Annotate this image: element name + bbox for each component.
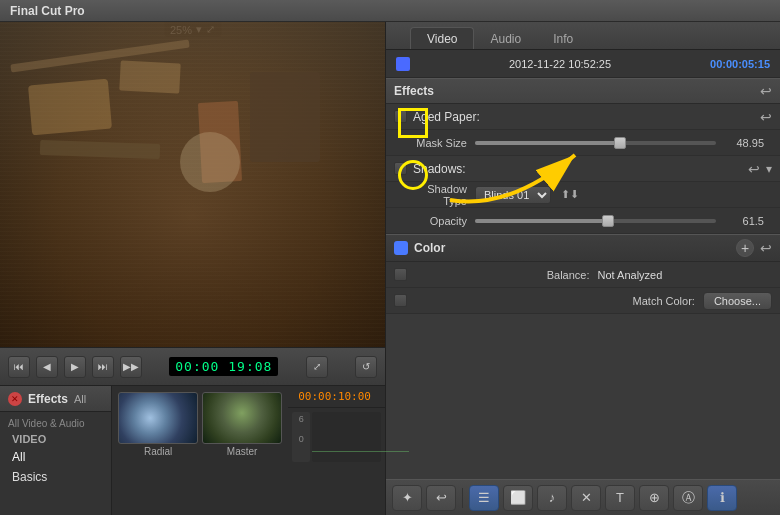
shadow-type-label: Shadow Type [402,183,467,207]
aged-paper-name: Aged Paper: [413,110,480,124]
shadows-name: Shadows: [413,162,466,176]
effects-all-label: All [74,393,86,405]
zoom-fit-button[interactable]: ⤢ [306,356,328,378]
choose-button[interactable]: Choose... [703,292,772,310]
effects-header-bottom: ✕ Effects All [0,386,111,412]
shadows-checkbox[interactable] [394,162,407,175]
generator-tool-button[interactable]: ⊕ [639,485,669,511]
right-panel: Video Audio Info 2012-11-22 10:52:25 00:… [385,22,780,515]
shadows-left: Shadows: [394,162,466,176]
mask-size-slider-track[interactable] [475,141,716,145]
color-add-button[interactable]: + [736,239,754,257]
match-color-checkbox[interactable] [394,294,407,307]
rewind-to-start-button[interactable]: ⏮ [8,356,30,378]
mask-size-value: 48.95 [724,137,764,149]
opacity-value: 61.5 [724,215,764,227]
all-video-audio-label[interactable]: All Video & Audio [0,416,111,431]
effects-reset-button[interactable]: ↩ [760,84,772,98]
color-reset-button[interactable]: ↩ [760,241,772,255]
opacity-label: Opacity [402,215,467,227]
effects-title-text: Effects [394,84,434,98]
tab-audio[interactable]: Audio [474,28,537,49]
aged-paper-row: Aged Paper: ↩ [386,104,780,130]
tab-video-active[interactable]: Video [410,27,474,49]
play-backward-button[interactable]: ◀ [36,356,58,378]
undo-tool-button[interactable]: ↩ [426,485,456,511]
clip-icon [396,57,410,71]
effects-close-button[interactable]: ✕ [8,392,22,406]
shadows-dropdown-button[interactable]: ▾ [766,162,772,176]
audio-tool-button[interactable]: ♪ [537,485,567,511]
shadow-type-stepper[interactable]: ⬆⬇ [561,188,579,201]
toolbar-separator [462,488,463,508]
video-category: VIDEO [0,431,111,447]
aged-paper-reset-button[interactable]: ↩ [760,109,772,125]
app-title: Final Cut Pro [10,4,85,18]
opacity-row: Opacity 61.5 [386,208,780,234]
scene-item-plate [180,132,240,192]
effects-basics-item[interactable]: Basics [0,467,111,487]
timeline-level-indicator: 60 [292,412,310,462]
effects-section-controls: ↩ [760,84,772,98]
thumbnail-master: Master [202,392,282,457]
timeline-timecode: 00:00:10:00 [292,388,377,405]
play-button[interactable]: ▶ [64,356,86,378]
inspector-timestamp: 2012-11-22 10:52:25 [509,58,611,70]
scene-item [250,72,320,162]
opacity-slider-fill [475,219,608,223]
color-section-title: Color [414,241,730,255]
timeline-area[interactable]: 00:00:10:00 60 [288,386,385,515]
left-panel: 25% ▾ ⤢ ⏮ ◀ [0,22,385,515]
controls-bar: ⏮ ◀ ▶ ⏭ ▶▶ 00:00 19:08 ⤢ ↺ [0,347,385,385]
balance-row: Balance: Not Analyzed [386,262,780,288]
refresh-button[interactable]: ↺ [355,356,377,378]
thumbnail-radial-label: Radial [144,446,172,457]
shadow-type-select[interactable]: Blinds 01 [475,186,551,204]
main-timecode: 00:00 19:08 [175,359,272,374]
effects-panel-bottom: ✕ Effects All All Video & Audio VIDEO Al… [0,386,112,515]
thumbnail-radial: Radial [118,392,198,457]
thumbnail-master-image[interactable] [202,392,282,444]
info-tool-button[interactable]: ℹ [707,485,737,511]
shadow-type-row: Shadow Type Blinds 01 ⬆⬇ [386,182,780,208]
aged-paper-checkbox[interactable] [394,110,407,123]
color-dot [394,241,408,255]
mask-size-label: Mask Size [402,137,467,149]
mask-size-slider-fill [475,141,620,145]
timeline-track-area[interactable] [312,412,381,462]
balance-checkbox[interactable] [394,268,407,281]
opacity-slider-track[interactable] [475,219,716,223]
balance-value: Not Analyzed [598,269,773,281]
effects-section-header: Effects ↩ [386,78,780,104]
effects-list-bottom: All Video & Audio VIDEO All Basics [0,412,111,491]
video-preview: 25% ▾ ⤢ [0,22,385,347]
trim-tool-button[interactable]: ✕ [571,485,601,511]
tab-info[interactable]: Info [537,28,589,49]
effects-section-title: Effects [394,84,434,98]
title-tool-button[interactable]: T [605,485,635,511]
opacity-slider-thumb[interactable] [602,215,614,227]
thumbnails-area: Radial Master [112,386,288,515]
waveform [312,451,409,452]
aged-paper-left: Aged Paper: [394,110,480,124]
inspector-content: Effects ↩ Aged Paper: ↩ Mask Size [386,78,780,479]
toolbar-bottom: ✦ ↩ ☰ ⬜ ♪ ✕ T ⊕ Ⓐ ℹ [386,479,780,515]
tab-video[interactable] [386,41,410,49]
scene-item [119,60,180,93]
share-tool-button[interactable]: Ⓐ [673,485,703,511]
inspector-tabs: Video Audio Info [386,22,780,50]
shadows-row: Shadows: ↩ ▾ [386,156,780,182]
transform-tool-button[interactable]: ✦ [392,485,422,511]
mask-size-slider-thumb[interactable] [614,137,626,149]
timecode-display: 00:00 19:08 [169,357,278,376]
effects-all-item[interactable]: All [0,447,111,467]
fast-forward-button[interactable]: ▶▶ [120,356,142,378]
mask-size-row: Mask Size 48.95 [386,130,780,156]
shadows-reset-button[interactable]: ↩ [748,161,760,177]
main-layout: 25% ▾ ⤢ ⏮ ◀ [0,22,780,515]
thumbnail-radial-image[interactable] [118,392,198,444]
next-frame-button[interactable]: ⏭ [92,356,114,378]
video-tool-button[interactable]: ☰ [469,485,499,511]
snapshot-tool-button[interactable]: ⬜ [503,485,533,511]
inspector-timecode: 00:00:05:15 [710,58,770,70]
